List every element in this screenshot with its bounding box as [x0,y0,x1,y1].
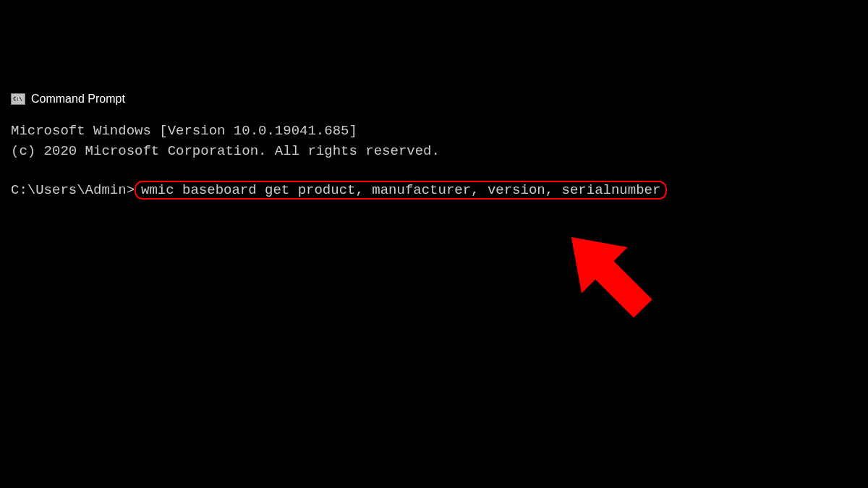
blank-line [11,161,857,181]
prompt-path: C:\Users\Admin> [11,182,135,198]
terminal-output[interactable]: Microsoft Windows [Version 10.0.19041.68… [11,121,857,200]
version-line: Microsoft Windows [Version 10.0.19041.68… [11,121,857,142]
window-title: Command Prompt [31,93,125,106]
cmd-prompt-icon [11,93,25,105]
arrow-annotation [542,208,687,356]
command-highlight-annotation: wmic baseboard get product, manufacturer… [135,181,667,200]
copyright-line: (c) 2020 Microsoft Corporation. All righ… [11,142,857,162]
typed-command: wmic baseboard get product, manufacturer… [141,182,660,198]
prompt-row[interactable]: C:\Users\Admin> wmic baseboard get produ… [11,181,857,200]
svg-marker-0 [548,214,666,332]
window-titlebar: Command Prompt [11,93,125,106]
